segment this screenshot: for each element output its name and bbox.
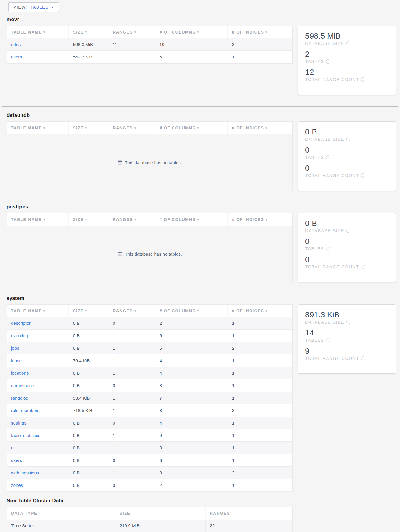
column-header-ranges[interactable]: RANGES ▼ bbox=[108, 305, 155, 317]
size-cell: 0 B bbox=[69, 479, 109, 492]
column-header-table-name[interactable]: TABLE NAME ▼ bbox=[7, 26, 69, 38]
table-name-link[interactable]: users bbox=[11, 54, 22, 59]
sort-arrow-icon: ▼ bbox=[43, 309, 46, 313]
column-header-columns[interactable]: # OF COLUMNS ▼ bbox=[155, 213, 228, 226]
columns-cell: 9 bbox=[155, 429, 228, 442]
column-header-table-name[interactable]: TABLE NAME ▼ bbox=[7, 122, 69, 134]
info-icon[interactable]: i bbox=[346, 137, 350, 141]
table-header-row: TABLE NAME ▼ SIZE ▼ RANGES ▼ # OF COLUMN… bbox=[7, 26, 292, 38]
ranges-cell: 1 bbox=[108, 404, 155, 417]
column-header-size[interactable]: SIZE ▼ bbox=[69, 305, 109, 317]
column-header-indices[interactable]: # OF INDICES ▼ bbox=[228, 26, 292, 38]
table-header-row: TABLE NAME ▼ SIZE ▼ RANGES ▼ # OF COLUMN… bbox=[7, 122, 292, 134]
ranges-cell: 11 bbox=[108, 38, 155, 51]
info-icon[interactable]: i bbox=[361, 356, 365, 360]
column-header-table-name[interactable]: TABLE NAME ▼ bbox=[7, 213, 69, 226]
info-icon[interactable]: i bbox=[326, 59, 330, 64]
table-row: namespace 0 B 0 3 1 bbox=[7, 379, 292, 392]
columns-cell: 6 bbox=[155, 330, 228, 342]
range-count-stat: 0 TOTAL RANGE COUNT i bbox=[305, 164, 388, 178]
ranges-cell: 1 bbox=[108, 342, 155, 354]
column-header-ranges[interactable]: RANGES ▼ bbox=[108, 26, 155, 38]
column-header-indices[interactable]: # OF INDICES ▼ bbox=[228, 213, 292, 226]
table-name-link[interactable]: zones bbox=[11, 483, 23, 488]
table-row: Time Series 219.9 MiB 22 bbox=[7, 520, 292, 532]
table-name-link[interactable]: role_members bbox=[11, 408, 40, 413]
ranges-cell: 1 bbox=[108, 442, 155, 454]
columns-cell: 3 bbox=[155, 379, 228, 392]
table-name-link[interactable]: eventlog bbox=[11, 333, 28, 338]
indices-cell: 1 bbox=[228, 442, 292, 454]
table-name-link[interactable]: rangelog bbox=[11, 395, 28, 400]
columns-cell: 5 bbox=[155, 51, 228, 63]
table-row: web_sessions 0 B 1 8 3 bbox=[7, 467, 292, 479]
table-name-link[interactable]: ui bbox=[11, 445, 15, 450]
info-icon[interactable]: i bbox=[326, 247, 330, 251]
sort-arrow-icon: ▼ bbox=[196, 218, 199, 221]
table-row: role_members 718.5 KiB 1 3 3 bbox=[7, 404, 292, 417]
database-section: defaultdb TABLE NAME ▼ SIZE ▼ RANGES ▼ bbox=[7, 113, 396, 191]
info-icon[interactable]: i bbox=[326, 155, 330, 159]
non-table-section-title: Non-Table Cluster Data bbox=[7, 498, 396, 504]
empty-table-message: This database has no tables. bbox=[125, 251, 182, 256]
table-row: table_statistics 0 B 1 9 1 bbox=[7, 429, 292, 442]
column-header-table-name[interactable]: TABLE NAME ▼ bbox=[7, 305, 69, 317]
indices-cell: 1 bbox=[228, 51, 292, 63]
table-name-link[interactable]: rides bbox=[11, 42, 21, 47]
sort-arrow-icon: ▼ bbox=[196, 31, 199, 34]
table-name-link[interactable]: lease bbox=[11, 358, 22, 363]
database-summary-card: 598.5 MiB DATABASE SIZE i 2 TABLES i 12 bbox=[298, 26, 396, 95]
table-name-link[interactable]: locations bbox=[11, 370, 29, 376]
column-header-indices[interactable]: # OF INDICES ▼ bbox=[228, 305, 292, 317]
table-name-link[interactable]: jobs bbox=[11, 346, 19, 351]
column-header-columns[interactable]: # OF COLUMNS ▼ bbox=[155, 305, 228, 317]
columns-cell: 2 bbox=[155, 479, 228, 492]
column-header-ranges[interactable]: RANGES ▼ bbox=[108, 122, 155, 134]
ranges-cell: 1 bbox=[108, 392, 155, 404]
database-size-value: 891.3 KiB bbox=[305, 311, 388, 319]
columns-cell: 10 bbox=[155, 38, 228, 51]
ranges-cell: 1 bbox=[108, 330, 155, 342]
sort-arrow-icon: ▼ bbox=[43, 31, 46, 34]
range-count-value: 0 bbox=[305, 164, 388, 173]
column-header-size[interactable]: SIZE ▼ bbox=[69, 26, 109, 38]
table-row: rides 598.0 MiB 11 10 3 bbox=[7, 38, 292, 51]
database-summary-card: 0 B DATABASE SIZE i 0 TABLES i 0 bbox=[298, 121, 396, 191]
info-icon[interactable]: i bbox=[361, 265, 365, 269]
table-name-link[interactable]: namespace bbox=[11, 383, 34, 388]
table-name-link[interactable]: table_statistics bbox=[11, 433, 40, 438]
column-header-size[interactable]: SIZE ▼ bbox=[69, 213, 109, 226]
sort-arrow-icon: ▼ bbox=[265, 31, 268, 34]
table-row: eventlog 0 B 1 6 1 bbox=[7, 330, 292, 342]
size-cell: 542.7 KiB bbox=[69, 51, 109, 63]
table-name-link[interactable]: users bbox=[11, 458, 22, 463]
table-name-link[interactable]: web_sessions bbox=[11, 470, 39, 475]
column-header-size[interactable]: SIZE ▼ bbox=[69, 122, 109, 134]
view-selector-button[interactable]: VIEW: TABLES ▾ bbox=[8, 2, 59, 12]
info-icon[interactable]: i bbox=[361, 77, 365, 82]
sort-arrow-icon: ▼ bbox=[265, 218, 268, 221]
info-icon[interactable]: i bbox=[346, 320, 350, 324]
column-header-columns[interactable]: # OF COLUMNS ▼ bbox=[155, 26, 228, 38]
columns-cell: 4 bbox=[155, 354, 228, 367]
info-icon[interactable]: i bbox=[326, 338, 330, 342]
column-header-indices[interactable]: # OF INDICES ▼ bbox=[228, 122, 292, 134]
size-cell: 718.5 KiB bbox=[69, 404, 109, 417]
size-cell: 79.4 KiB bbox=[69, 354, 109, 367]
columns-cell: 8 bbox=[155, 467, 228, 479]
column-header-ranges[interactable]: RANGES ▼ bbox=[108, 213, 155, 226]
info-icon[interactable]: i bbox=[346, 41, 350, 45]
view-selector-value: TABLES bbox=[30, 5, 49, 10]
info-icon[interactable]: i bbox=[361, 173, 365, 178]
column-header-columns[interactable]: # OF COLUMNS ▼ bbox=[155, 122, 228, 134]
info-icon[interactable]: i bbox=[346, 229, 350, 233]
indices-cell: 2 bbox=[228, 342, 292, 354]
caret-down-icon: ▾ bbox=[52, 5, 54, 9]
table-name-link[interactable]: descriptor bbox=[11, 321, 31, 326]
table-row: ui 0 B 1 3 1 bbox=[7, 442, 292, 454]
table-name-link[interactable]: settings bbox=[11, 420, 26, 425]
database-section: movr TABLE NAME ▼ SIZE ▼ RANGES ▼ bbox=[7, 17, 396, 95]
columns-cell: 3 bbox=[155, 404, 228, 417]
sort-arrow-icon: ▼ bbox=[196, 126, 199, 130]
non-table-cluster-section: Non-Table Cluster Data DATA TYPE SIZE RA… bbox=[7, 498, 396, 532]
